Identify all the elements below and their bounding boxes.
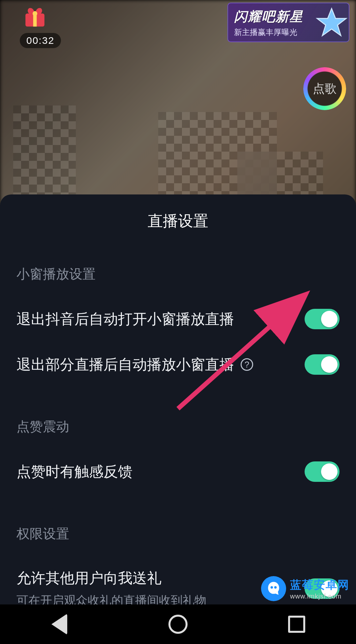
svg-marker-3 xyxy=(317,9,346,36)
gift-icon[interactable] xyxy=(20,5,50,28)
promo-banner[interactable]: 闪耀吧新星 新主播赢丰厚曝光 xyxy=(227,3,349,42)
watermark-url: www.lmkjsf.com xyxy=(290,593,341,600)
watermark: 蓝莓安卓网 www.lmkjsf.com xyxy=(261,576,349,601)
star-icon xyxy=(315,7,348,40)
watermark-name: 蓝莓安卓网 xyxy=(290,577,349,593)
watermark-logo-icon xyxy=(261,576,286,601)
toggle-pip-exit-app[interactable] xyxy=(305,309,340,329)
nav-back-button[interactable] xyxy=(33,608,86,641)
recent-square-icon xyxy=(288,616,305,633)
section-perm-header: 权限设置 xyxy=(16,525,340,543)
home-circle-icon xyxy=(168,615,188,634)
nav-recent-button[interactable] xyxy=(270,608,323,641)
request-song-label: 点歌 xyxy=(313,81,337,97)
row-pip-exit-live-label: 退出部分直播后自动播放小窗直播 xyxy=(16,355,234,374)
request-song-button[interactable]: 点歌 xyxy=(305,69,344,108)
svg-point-6 xyxy=(271,586,273,589)
svg-point-2 xyxy=(33,11,37,16)
row-like-haptic-label: 点赞时有触感反馈 xyxy=(16,462,133,481)
row-allow-gift-label: 允许其他用户向我送礼 xyxy=(16,569,206,587)
toggle-like-haptic[interactable] xyxy=(305,461,340,482)
section-pip-header: 小窗播放设置 xyxy=(16,265,340,283)
live-timer: 00:32 xyxy=(20,33,61,48)
section-like-header: 点赞震动 xyxy=(16,418,340,436)
sheet-title: 直播设置 xyxy=(16,194,340,235)
pixelated-region xyxy=(13,105,76,208)
row-allow-gift-sub: 可在开启观众收礼的直播间收到礼物 xyxy=(16,593,206,604)
svg-point-7 xyxy=(274,586,277,589)
row-pip-exit-live: 退出部分直播后自动播放小窗直播 ? xyxy=(16,342,340,387)
row-pip-exit-app: 退出抖音后自动打开小窗播放直播 xyxy=(16,296,340,342)
row-pip-exit-app-label: 退出抖音后自动打开小窗播放直播 xyxy=(16,309,234,328)
back-triangle-icon xyxy=(51,614,67,635)
row-like-haptic: 点赞时有触感反馈 xyxy=(16,449,340,494)
live-settings-sheet: 直播设置 小窗播放设置 退出抖音后自动打开小窗播放直播 退出部分直播后自动播放小… xyxy=(0,194,356,604)
nav-home-button[interactable] xyxy=(152,608,204,641)
android-navbar xyxy=(0,604,356,644)
help-icon[interactable]: ? xyxy=(241,358,253,371)
toggle-pip-exit-live[interactable] xyxy=(305,354,340,375)
